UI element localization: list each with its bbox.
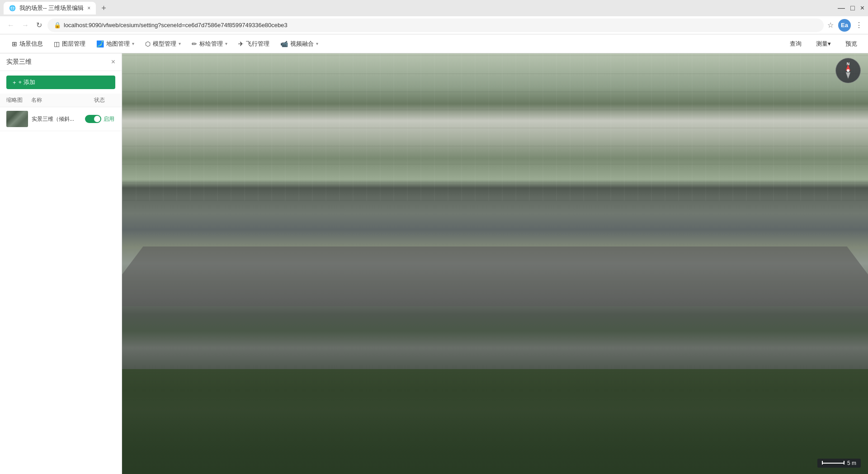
address-bar: ← → ↻ 🔒 localhost:9090/vfweb/cesium/sett… <box>0 16 868 34</box>
toolbar-scene-info-label: 场景信息 <box>19 40 43 48</box>
compass-circle: N <box>835 58 861 83</box>
sidebar-header: 实景三维 × <box>0 53 122 71</box>
compass: N <box>835 58 861 83</box>
sidebar-panel: 实景三维 × + + 添加 缩略图 名称 状态 实景三维（倾斜... 启用 <box>0 53 122 474</box>
browser-chrome: 🌐 我的场景-- 三维场景编辑 × + — □ × ← → ↻ 🔒 localh… <box>0 0 868 34</box>
sidebar-title: 实景三维 <box>6 58 32 66</box>
url-text: localhost:9090/vfweb/cesium/setting?scen… <box>64 22 817 28</box>
map-arrow-icon: ▾ <box>132 41 134 46</box>
scale-bar-visual <box>822 463 844 464</box>
row-thumbnail <box>6 111 28 127</box>
preview-button[interactable]: 预览 <box>842 38 861 50</box>
toolbar-layer-manage[interactable]: ◫ 图层管理 <box>49 38 90 50</box>
toolbar-map-manage[interactable]: 🗾 地图管理 ▾ <box>92 38 139 50</box>
compass-north-label: N <box>847 62 850 66</box>
maximize-button[interactable]: □ <box>850 4 855 12</box>
model-arrow-icon: ▾ <box>179 41 181 46</box>
url-bar[interactable]: 🔒 localhost:9090/vfweb/cesium/setting?sc… <box>47 19 824 32</box>
video-icon: 📹 <box>280 40 288 47</box>
toolbar-right-actions: 查询 测量▾ 预览 <box>786 38 861 50</box>
col-status-header: 状态 <box>84 96 115 104</box>
thumbnail-image <box>6 111 28 127</box>
toolbar-layer-label: 图层管理 <box>62 40 85 48</box>
map-icon: 🗾 <box>96 40 104 47</box>
tab-title: 我的场景-- 三维场景编辑 <box>19 4 84 12</box>
mark-icon: ✏ <box>192 40 197 47</box>
main-layout: N 5 m <box>0 53 868 474</box>
compass-center <box>847 69 849 72</box>
tab-bar: 🌐 我的场景-- 三维场景编辑 × + — □ × <box>0 0 868 16</box>
add-button-label: + 添加 <box>19 78 35 86</box>
row-status-cell: 启用 <box>84 115 115 123</box>
scale-tick-right <box>844 461 844 465</box>
table-header: 缩略图 名称 状态 <box>0 94 122 107</box>
query-button[interactable]: 查询 <box>786 38 805 50</box>
toggle-track[interactable] <box>85 115 101 123</box>
user-menu-button[interactable]: Ea <box>838 19 851 32</box>
back-button[interactable]: ← <box>5 19 16 31</box>
app-toolbar: ⊞ 场景信息 ◫ 图层管理 🗾 地图管理 ▾ ⬡ 模型管理 ▾ ✏ 标绘管理 ▾… <box>0 34 868 53</box>
toolbar-video-label: 视频融合 <box>290 40 314 48</box>
layer-icon: ◫ <box>54 40 60 47</box>
close-window-button[interactable]: × <box>860 4 864 12</box>
row-name-cell: 实景三维（倾斜... <box>32 115 84 123</box>
compass-inner: N <box>839 62 857 80</box>
toggle-knob <box>94 116 100 122</box>
scene-info-icon: ⊞ <box>12 40 17 47</box>
forward-button[interactable]: → <box>20 19 31 31</box>
toolbar-scene-info[interactable]: ⊞ 场景信息 <box>7 38 47 50</box>
toggle-label: 启用 <box>104 115 114 123</box>
aerial-view <box>0 53 868 474</box>
map-background: N 5 m <box>0 53 868 474</box>
scale-bar-container: 5 m <box>817 459 861 468</box>
status-toggle[interactable]: 启用 <box>85 115 114 123</box>
scale-tick-left <box>822 461 823 465</box>
plus-icon: + <box>13 79 16 86</box>
bookmark-button[interactable]: ☆ <box>827 21 834 29</box>
secure-icon: 🔒 <box>54 22 61 28</box>
mark-arrow-icon: ▾ <box>225 41 227 46</box>
toolbar-video-fusion[interactable]: 📹 视频融合 ▾ <box>276 38 323 50</box>
scale-line <box>822 463 844 464</box>
toolbar-map-label: 地图管理 <box>106 40 130 48</box>
toolbar-model-manage[interactable]: ⬡ 模型管理 ▾ <box>141 38 185 50</box>
toolbar-mark-label: 标绘管理 <box>199 40 223 48</box>
flight-icon: ✈ <box>238 40 244 47</box>
reload-button[interactable]: ↻ <box>34 19 44 31</box>
col-name-header: 名称 <box>31 96 84 104</box>
col-thumb-header: 缩略图 <box>6 96 31 104</box>
scale-bar: 5 m <box>817 459 861 468</box>
window-controls: — □ × <box>838 4 864 12</box>
table-row: 实景三维（倾斜... 启用 <box>0 107 122 131</box>
active-tab[interactable]: 🌐 我的场景-- 三维场景编辑 × <box>4 2 96 14</box>
toolbar-model-label: 模型管理 <box>153 40 176 48</box>
map-area[interactable]: N 5 m <box>0 53 868 474</box>
sidebar-close-button[interactable]: × <box>111 58 115 66</box>
toolbar-mark-manage[interactable]: ✏ 标绘管理 ▾ <box>187 38 232 50</box>
measure-button[interactable]: 测量▾ <box>812 38 835 50</box>
scale-label: 5 m <box>847 460 856 466</box>
video-arrow-icon: ▾ <box>316 41 318 46</box>
toolbar-flight-label: 飞行管理 <box>246 40 269 48</box>
tab-close-btn[interactable]: × <box>87 5 90 11</box>
compass-south-needle <box>846 72 850 79</box>
minimize-button[interactable]: — <box>838 4 845 12</box>
toolbar-flight-manage[interactable]: ✈ 飞行管理 <box>234 38 274 50</box>
more-menu-button[interactable]: ⋮ <box>855 21 863 29</box>
new-tab-button[interactable]: + <box>98 4 110 13</box>
address-actions: ☆ Ea ⋮ <box>827 19 863 32</box>
add-layer-button[interactable]: + + 添加 <box>6 76 115 89</box>
model-icon: ⬡ <box>145 40 151 47</box>
